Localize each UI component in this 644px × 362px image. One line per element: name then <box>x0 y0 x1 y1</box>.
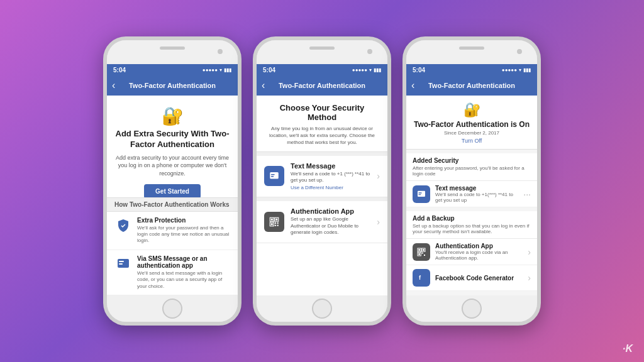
speaker-2 <box>309 47 335 50</box>
p3-since: Since December 2, 2017 <box>414 130 530 136</box>
screen-3: 🔐 Two-Factor Authentication is On Since … <box>406 96 537 295</box>
shield-icon-container <box>114 217 132 234</box>
backup-item-0[interactable]: Authentication App You'll receive a logi… <box>406 239 537 265</box>
home-button-3[interactable] <box>462 299 482 319</box>
svg-rect-18 <box>418 194 421 195</box>
svg-rect-0 <box>118 259 129 268</box>
more-icon-0: ··· <box>523 189 531 199</box>
svg-rect-9 <box>275 219 277 221</box>
feature-title-1: Via SMS Message or an authentication app <box>137 255 230 269</box>
sms-icon-container <box>114 255 132 273</box>
svg-rect-5 <box>271 176 274 177</box>
phone-bottom-3 <box>406 295 537 322</box>
method-title-1: Authentication App <box>291 207 370 215</box>
status-time-3: 5:04 <box>413 67 425 74</box>
qr-method-icon <box>269 216 280 228</box>
wifi-icon-3: ▾ <box>519 67 521 73</box>
turn-off-link[interactable]: Turn Off <box>414 138 530 144</box>
p3-main-title: Two-Factor Authentication is On <box>414 120 530 129</box>
nav-title-3: Two-Factor Authentication <box>428 82 515 89</box>
svg-rect-15 <box>277 224 279 226</box>
phone-top-3 <box>406 40 537 64</box>
sms-icon <box>116 256 131 272</box>
p3-item-text-0: Text message We'll send a code to +1(***… <box>435 185 518 203</box>
signal-icon-3: ●●●●● <box>502 67 517 73</box>
added-security-title: Added Security <box>406 153 537 165</box>
method-text-1: Authentication App Set up an app like Go… <box>291 207 370 236</box>
nav-bar-2: ‹ Two-Factor Authentication <box>257 75 387 96</box>
home-button-2[interactable] <box>312 299 332 319</box>
p3-fb-svg: f <box>417 273 426 282</box>
watermark: ·K <box>623 343 633 354</box>
signal-icon-1: ●●●●● <box>203 67 218 73</box>
p3-sms-svg <box>416 189 426 199</box>
svg-rect-4 <box>271 174 275 175</box>
backup-item-1[interactable]: f Facebook Code Generator › <box>406 265 537 291</box>
svg-rect-22 <box>423 249 425 251</box>
lock-icon-1: 🔐 <box>114 106 230 126</box>
sms-method-icon <box>269 170 280 182</box>
svg-rect-17 <box>418 192 421 193</box>
phones-container: 5:04 ●●●●● ▾ ▮▮▮ ‹ Two-Factor Authentica… <box>103 36 541 326</box>
method-link-0[interactable]: Use a Different Number <box>291 185 370 190</box>
status-icons-1: ●●●●● ▾ ▮▮▮ <box>203 67 231 73</box>
svg-rect-2 <box>119 263 123 265</box>
status-time-2: 5:04 <box>263 67 275 74</box>
security-item-0[interactable]: Text message We'll send a code to +1(***… <box>406 181 537 207</box>
method-text-0: Text Message We'll send a code to +1 (**… <box>291 162 370 191</box>
wifi-icon-2: ▾ <box>369 67 372 73</box>
p3-sms-icon <box>413 185 430 203</box>
speaker-3 <box>459 47 484 50</box>
feature-title-0: Extra Protection <box>137 217 230 224</box>
p3-item-text-backup-1: Facebook Code Generator <box>435 275 523 282</box>
svg-rect-14 <box>275 224 276 226</box>
p3-item-desc-0: We'll send a code to +1(***) **41 to get… <box>435 192 518 203</box>
screen-2: Choose Your Security Method Any time you… <box>257 96 387 295</box>
chevron-icon-0: › <box>377 171 380 181</box>
svg-rect-25 <box>422 252 423 253</box>
p2-header: Choose Your Security Method Any time you… <box>257 96 387 152</box>
svg-rect-1 <box>119 261 124 262</box>
svg-rect-26 <box>424 255 425 256</box>
method-item-1[interactable]: Authentication App Set up an app like Go… <box>257 201 387 243</box>
nav-title-1: Two-Factor Authentication <box>129 82 216 89</box>
how-section-label: How Two-Factor Authentication Works <box>107 197 238 212</box>
method-item-0[interactable]: Text Message We'll send a code to +1 (**… <box>257 156 387 198</box>
backup-title: Add a Backup <box>406 211 537 223</box>
nav-bar-3: ‹ Two-Factor Authentication <box>406 75 537 96</box>
p3-backup-title-0: Authentication App <box>435 243 523 250</box>
svg-rect-20 <box>418 249 420 251</box>
nav-bar-1: ‹ Two-Factor Authentication <box>107 75 238 96</box>
feature-item-1: Via SMS Message or an authentication app… <box>107 250 238 295</box>
signal-icon-2: ●●●●● <box>352 67 367 73</box>
status-icons-3: ●●●●● ▾ ▮▮▮ <box>502 67 531 73</box>
get-started-button[interactable]: Get Started <box>144 184 201 197</box>
battery-icon-3: ▮▮▮ <box>523 67 531 73</box>
svg-rect-12 <box>275 222 276 224</box>
added-security-desc: After entering your password, you'll be … <box>406 165 537 181</box>
svg-rect-24 <box>418 253 420 255</box>
method-icon-qr <box>264 212 284 232</box>
chevron-icon-1: › <box>377 217 380 227</box>
lock-icon-3: 🔐 <box>414 102 530 118</box>
p1-main-desc: Add extra security to your account every… <box>114 154 230 178</box>
p3-fb-icon: f <box>413 269 430 287</box>
svg-text:f: f <box>419 275 421 281</box>
home-button-1[interactable] <box>162 299 182 319</box>
back-button-3[interactable]: ‹ <box>411 80 414 91</box>
svg-rect-11 <box>271 223 273 225</box>
back-button-2[interactable]: ‹ <box>262 80 265 91</box>
backup-desc: Set up a backup option so that you can l… <box>406 223 537 239</box>
feature-text-1: Via SMS Message or an authentication app… <box>137 255 230 290</box>
back-button-1[interactable]: ‹ <box>112 80 115 91</box>
svg-rect-16 <box>418 190 425 196</box>
backup-section: Add a Backup Set up a backup option so t… <box>406 211 537 291</box>
phone-top-1 <box>107 40 238 64</box>
p1-content: 🔐 Add Extra Security With Two-Factor Aut… <box>107 96 238 197</box>
shield-icon <box>116 218 131 233</box>
phone-2: 5:04 ●●●●● ▾ ▮▮▮ ‹ Two-Factor Authentica… <box>253 36 391 326</box>
p2-main-title: Choose Your Security Method <box>267 103 377 122</box>
wifi-icon-1: ▾ <box>219 67 222 73</box>
feature-desc-1: We'll send a text message with a login c… <box>137 270 230 290</box>
status-bar-2: 5:04 ●●●●● ▾ ▮▮▮ <box>257 64 387 75</box>
